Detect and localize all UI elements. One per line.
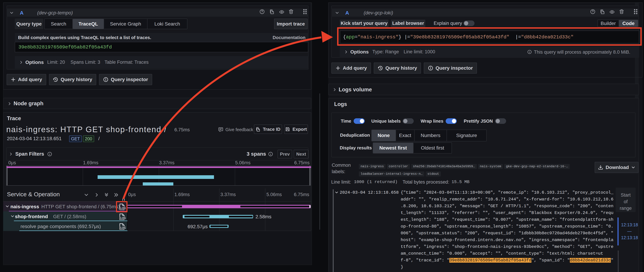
svg-text:LOG: LOG [120,216,126,220]
svg-text:LOG: LOG [120,226,126,229]
